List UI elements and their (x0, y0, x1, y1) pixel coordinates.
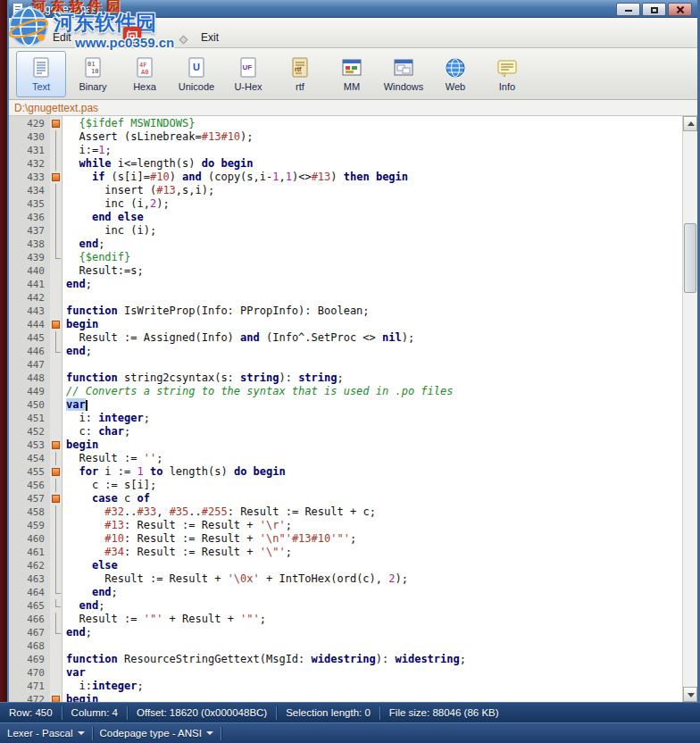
code-line[interactable]: 457 case c of (9, 492, 682, 505)
code-line[interactable]: 450var (9, 398, 682, 412)
vertical-scrollbar[interactable] (682, 116, 697, 702)
scroll-down-button[interactable] (683, 687, 697, 702)
menu-item-exit[interactable]: Exit (195, 29, 225, 46)
fold-toggle-icon[interactable] (50, 117, 62, 130)
code-line[interactable]: 448function string2csyntax(s: string): s… (9, 372, 682, 385)
title-bar[interactable]: gnugettext.pas... (9, 0, 697, 18)
fold-toggle-icon[interactable] (50, 438, 62, 452)
fold-gutter-cell (50, 144, 62, 157)
code-line[interactable]: 472begin (9, 693, 682, 702)
code-line[interactable]: 436 end else (9, 211, 682, 224)
code-line[interactable]: 467end; (9, 626, 682, 639)
code-line[interactable]: 446end; (9, 345, 682, 358)
token: and (240, 331, 260, 344)
code-line[interactable]: 435 inc (i,2); (9, 197, 682, 211)
scrollbar-thumb[interactable] (684, 223, 696, 293)
code-line[interactable]: 430 Assert (sLinebreak=#13#10); (9, 130, 682, 144)
minimize-button[interactable] (616, 3, 640, 16)
code-line[interactable]: 440 Result:=s; (9, 264, 682, 278)
token: begin (66, 318, 98, 330)
code-line[interactable]: 439 {$endif} (9, 251, 682, 264)
toolbar-info-button[interactable]: Info (482, 51, 532, 97)
code-line[interactable]: 444begin (9, 318, 682, 331)
code-line[interactable]: 452 c: char; (9, 425, 682, 438)
code-line[interactable]: 460 #10: Result := Result + '\n"'#13#10'… (9, 532, 682, 546)
fold-marker-square[interactable] (52, 321, 60, 329)
code-line[interactable]: 441end; (9, 278, 682, 291)
code-line[interactable]: 466 Result := '"' + Result + '"'; (9, 613, 682, 626)
token: ; (337, 372, 343, 384)
close-button[interactable] (668, 3, 692, 16)
fold-toggle-icon[interactable] (50, 465, 62, 479)
code-line[interactable]: 432 while i<=length(s) do begin (9, 157, 682, 171)
token: end (66, 278, 86, 290)
token: begin (376, 171, 408, 183)
fold-toggle-icon[interactable] (50, 492, 62, 505)
lexer-selector[interactable]: Lexer - Pascal (0, 728, 92, 739)
code-line[interactable]: 451 i: integer; (9, 412, 682, 425)
fold-gutter-cell (50, 358, 62, 372)
code-line[interactable]: 429 {$ifdef MSWINDOWS} (9, 117, 682, 130)
code-line[interactable]: 442 (9, 291, 682, 305)
fold-marker-square[interactable] (52, 495, 60, 503)
token: ; (144, 412, 150, 424)
status-column: Column: 4 (62, 707, 127, 718)
code-line[interactable]: 470var (9, 666, 682, 680)
toolbar-rtf-button[interactable]: rtf rtf (275, 51, 325, 97)
code-line[interactable]: 464 end; (9, 586, 682, 599)
toolbar-mm-button[interactable]: MM (327, 51, 377, 97)
code-editor[interactable]: 429 {$ifdef MSWINDOWS}430 Assert (sLineb… (9, 116, 697, 702)
line-number: 436 (9, 211, 50, 224)
code-line[interactable]: 449// Converts a string to the syntax th… (9, 385, 682, 398)
menu-item-edit[interactable]: Edit (46, 29, 78, 46)
code-line[interactable]: 462 else (9, 559, 682, 572)
line-number: 432 (9, 157, 50, 171)
fold-marker-square[interactable] (52, 441, 60, 449)
codepage-selector[interactable]: Codepage type - ANSI (93, 728, 221, 739)
code-line[interactable]: 445 Result := Assigned(Info) and (Info^.… (9, 331, 682, 345)
code-line[interactable]: 438 end; (9, 238, 682, 251)
code-line[interactable]: 463 Result := Result + '\0x' + IntToHex(… (9, 572, 682, 586)
code-line[interactable]: 458 #32..#33, #35..#255: Result := Resul… (9, 505, 682, 519)
code-line[interactable]: 456 c := s[i]; (9, 479, 682, 492)
fold-gutter-cell (50, 238, 62, 251)
line-number: 441 (9, 278, 50, 291)
maximize-button[interactable] (642, 3, 666, 16)
code-line[interactable]: 468 (9, 639, 682, 653)
fold-toggle-icon[interactable] (50, 693, 62, 702)
fold-marker-square[interactable] (52, 696, 60, 702)
code-line[interactable]: 454 Result := ''; (9, 452, 682, 465)
code-line[interactable]: 447 (9, 358, 682, 372)
code-line[interactable]: 461 #34: Result := Result + '\"'; (9, 546, 682, 559)
toolbar-uhex-button[interactable]: UF U-Hex (223, 51, 273, 97)
toolbar-unicode-button[interactable]: U Unicode (171, 51, 221, 97)
fold-toggle-icon[interactable] (50, 171, 62, 184)
token: to (150, 465, 162, 478)
token: + IntToHex(ord(c), (260, 572, 389, 585)
code-line[interactable]: 471 i:integer; (9, 680, 682, 693)
token: i<=length(s) (112, 157, 202, 170)
code-line[interactable]: 443function IsWriteProp(Info: PPropInfo)… (9, 305, 682, 318)
scroll-up-button[interactable] (683, 116, 697, 131)
code-line[interactable]: 431 i:=1; (9, 144, 682, 157)
code-line[interactable]: 437 inc (i); (9, 224, 682, 238)
code-line[interactable]: 469function ResourceStringGettext(MsgId:… (9, 653, 682, 666)
toolbar-hexa-button[interactable]: 4FA0 Hexa (120, 51, 170, 97)
toolbar-text-button[interactable]: Text (16, 51, 66, 97)
code-line[interactable]: 459 #13: Result := Result + '\r'; (9, 519, 682, 532)
code-line[interactable]: 455 for i := 1 to length(s) do begin (9, 465, 682, 479)
fold-marker-square[interactable] (52, 173, 60, 181)
fold-marker-square[interactable] (52, 120, 60, 128)
code-line[interactable]: 433 if (s[i]=#10) and (copy(s,i-1,1)<>#1… (9, 171, 682, 184)
token: ); (156, 197, 169, 210)
fold-marker-square[interactable] (52, 468, 60, 476)
code-line[interactable]: 453begin (9, 438, 682, 452)
toolbar-binary-button[interactable]: 0110 Binary (68, 51, 118, 97)
fold-toggle-icon[interactable] (50, 318, 62, 331)
code-line[interactable]: 465 end; (9, 599, 682, 613)
code-line[interactable]: 434 insert (#13,s,i); (9, 184, 682, 197)
line-number: 456 (9, 479, 50, 492)
toolbar-windows-button[interactable]: Windows (379, 51, 429, 97)
code-text: while i<=length(s) do begin (62, 157, 254, 171)
toolbar-web-button[interactable]: Web (430, 51, 480, 97)
